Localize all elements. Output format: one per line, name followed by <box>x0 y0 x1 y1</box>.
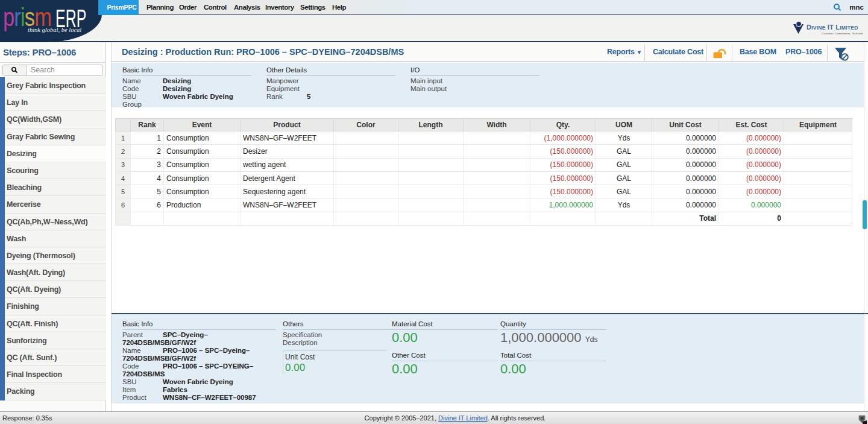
svg-text:Customer. Commitment. Technolo: Customer. Commitment. Technology <box>822 32 864 35</box>
svg-text:DIVINE IT LIMITED: DIVINE IT LIMITED <box>807 24 858 31</box>
